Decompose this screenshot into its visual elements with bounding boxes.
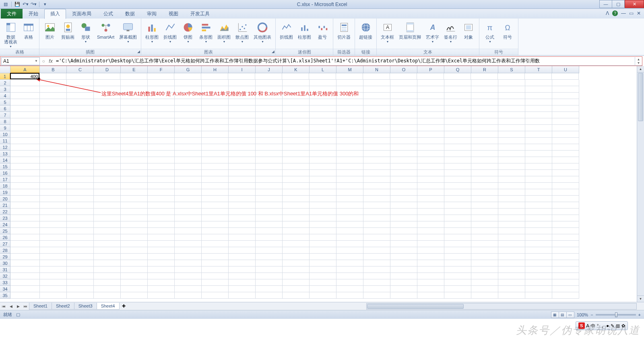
cell[interactable]	[148, 151, 175, 157]
cell[interactable]	[444, 260, 471, 266]
cell[interactable]	[390, 118, 417, 125]
cell[interactable]	[471, 215, 498, 221]
cell[interactable]	[552, 80, 579, 86]
cell[interactable]	[498, 151, 525, 157]
cell[interactable]	[67, 105, 94, 112]
cell[interactable]	[444, 292, 471, 299]
cell[interactable]	[552, 86, 579, 93]
cell[interactable]	[417, 138, 444, 144]
cell[interactable]	[283, 292, 310, 299]
cell[interactable]	[148, 125, 175, 131]
cell[interactable]	[10, 151, 40, 157]
cell[interactable]	[471, 125, 498, 131]
table-button[interactable]: 表格	[21, 20, 37, 40]
cell[interactable]	[498, 125, 525, 131]
cell[interactable]	[175, 215, 202, 221]
cell[interactable]	[148, 273, 175, 279]
cell[interactable]	[390, 176, 417, 183]
cell[interactable]	[202, 163, 229, 170]
cell[interactable]	[67, 118, 94, 125]
cell[interactable]	[121, 144, 148, 151]
cell[interactable]	[282, 73, 309, 80]
dialog-launcher-icon[interactable]: ◢	[272, 50, 275, 54]
macro-record-icon[interactable]: ▢	[16, 312, 20, 317]
cell[interactable]	[498, 247, 525, 254]
cell[interactable]	[283, 157, 310, 163]
cell[interactable]	[229, 241, 256, 247]
cell[interactable]	[417, 279, 444, 286]
cell[interactable]	[417, 241, 444, 247]
cell[interactable]	[10, 234, 40, 241]
cell[interactable]	[471, 151, 498, 157]
cell[interactable]	[444, 247, 471, 254]
cell[interactable]	[121, 221, 148, 228]
cell[interactable]	[67, 247, 94, 254]
cell[interactable]	[256, 228, 283, 234]
picture-button[interactable]: 图片	[42, 20, 58, 40]
cell[interactable]	[471, 170, 498, 176]
cell[interactable]	[148, 99, 175, 105]
cell[interactable]	[10, 254, 40, 260]
cell[interactable]	[417, 73, 444, 80]
cell[interactable]	[417, 228, 444, 234]
cell[interactable]	[390, 215, 417, 221]
cell[interactable]	[471, 247, 498, 254]
cell[interactable]	[40, 292, 67, 299]
cell[interactable]	[202, 286, 229, 292]
cell[interactable]	[417, 254, 444, 260]
cell[interactable]	[202, 247, 229, 254]
cell[interactable]	[444, 279, 471, 286]
cell[interactable]	[552, 189, 579, 196]
cell[interactable]	[121, 183, 148, 189]
cell[interactable]	[336, 196, 363, 202]
smartart-button[interactable]: SmartArt	[95, 20, 116, 40]
cell[interactable]	[148, 234, 175, 241]
cell[interactable]	[40, 112, 67, 118]
cell[interactable]	[417, 80, 444, 86]
cell[interactable]	[444, 105, 471, 112]
cell[interactable]	[363, 260, 390, 266]
cell[interactable]	[552, 170, 579, 176]
cell[interactable]	[121, 202, 148, 209]
cell[interactable]	[310, 105, 336, 112]
cell[interactable]	[229, 118, 256, 125]
cell[interactable]	[471, 279, 498, 286]
scroll-down-icon[interactable]: ▼	[637, 295, 644, 302]
cell[interactable]	[471, 292, 498, 299]
cell[interactable]	[363, 170, 390, 176]
cell[interactable]	[417, 99, 444, 105]
cell[interactable]	[283, 228, 310, 234]
cell[interactable]	[552, 209, 579, 215]
cell[interactable]	[121, 241, 148, 247]
cell[interactable]	[417, 151, 444, 157]
cell[interactable]	[94, 196, 121, 202]
row-header[interactable]: 20	[0, 196, 10, 202]
cell[interactable]	[363, 209, 390, 215]
cell[interactable]	[121, 254, 148, 260]
cell[interactable]	[256, 209, 283, 215]
cell[interactable]	[444, 144, 471, 151]
cell[interactable]	[417, 196, 444, 202]
cell[interactable]	[390, 170, 417, 176]
cell[interactable]	[390, 73, 417, 80]
row-header[interactable]: 17	[0, 176, 10, 183]
cell[interactable]	[229, 260, 256, 266]
cell[interactable]	[10, 228, 40, 234]
cell[interactable]	[525, 228, 552, 234]
cell[interactable]	[40, 196, 67, 202]
cell[interactable]	[148, 138, 175, 144]
cell[interactable]	[471, 286, 498, 292]
cell[interactable]	[525, 151, 552, 157]
cell[interactable]	[471, 202, 498, 209]
cell[interactable]	[10, 125, 40, 131]
cell[interactable]	[175, 234, 202, 241]
cell[interactable]	[10, 241, 40, 247]
cell[interactable]	[498, 215, 525, 221]
cell[interactable]	[256, 266, 283, 273]
cell[interactable]	[256, 279, 283, 286]
cell[interactable]	[175, 266, 202, 273]
cell[interactable]	[121, 131, 148, 138]
header-footer-button[interactable]: 页眉和页脚	[397, 20, 423, 40]
cell[interactable]	[283, 105, 310, 112]
cell[interactable]	[444, 157, 471, 163]
